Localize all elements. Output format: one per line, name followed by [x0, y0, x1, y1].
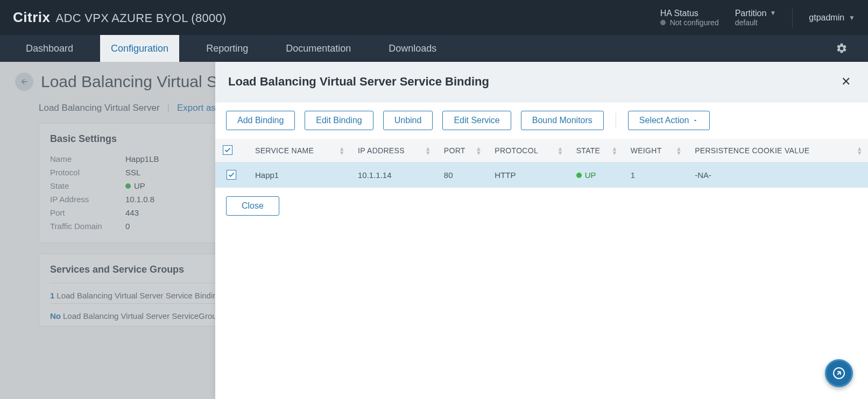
sort-icon: ▲▼: [476, 146, 482, 155]
gear-icon[interactable]: [836, 42, 848, 54]
column-state[interactable]: STATE▲▼: [569, 139, 623, 162]
cell-weight: 1: [623, 162, 687, 188]
column-label: IP ADDRESS: [358, 146, 405, 155]
field-value: SSL: [125, 168, 140, 177]
check-icon: [228, 171, 235, 179]
topbar: Citrix ADC VPX AZURE BYOL (8000) HA Stat…: [0, 0, 868, 35]
cell-ip: 10.1.1.14: [350, 162, 436, 188]
ha-status-value-row: Not configured: [660, 18, 719, 27]
sort-icon: ▲▼: [857, 146, 863, 155]
column-label: PROTOCOL: [495, 146, 538, 155]
column-label: WEIGHT: [631, 146, 662, 155]
ha-status-block: HA Status Not configured: [660, 8, 719, 27]
back-button[interactable]: [15, 73, 33, 91]
send-icon: [832, 367, 845, 380]
select-action-dropdown[interactable]: Select Action: [628, 111, 710, 130]
modal-toolbar: Add Binding Edit Binding Unbind Edit Ser…: [215, 102, 868, 139]
column-persistence-cookie[interactable]: PERSISTENCE COOKIE VALUE▲▼: [687, 139, 868, 162]
chevron-down-icon: ▼: [770, 9, 776, 17]
column-weight[interactable]: WEIGHT▲▼: [623, 139, 687, 162]
field-label: IP Address: [50, 195, 115, 204]
status-dot-icon: [660, 20, 666, 25]
column-select-all: [215, 139, 248, 162]
bound-monitors-button[interactable]: Bound Monitors: [521, 111, 604, 130]
button-label: Bound Monitors: [532, 116, 592, 125]
cell-protocol: HTTP: [487, 162, 568, 188]
button-label: Unbind: [394, 116, 422, 125]
field-value: 0: [125, 222, 130, 231]
column-label: SERVICE NAME: [255, 146, 314, 155]
column-service-name[interactable]: SERVICE NAME▲▼: [248, 139, 350, 162]
tab-documentation[interactable]: Documentation: [275, 35, 362, 62]
column-label: PERSISTENCE COOKIE VALUE: [695, 146, 809, 155]
button-label: Edit Service: [454, 116, 499, 125]
state-text: UP: [134, 181, 145, 190]
breadcrumb-item: Load Balancing Virtual Server: [39, 103, 160, 113]
tab-label: Dashboard: [26, 43, 73, 54]
unbind-button[interactable]: Unbind: [383, 111, 433, 130]
field-value: UP: [125, 181, 145, 190]
cell-cookie: -NA-: [687, 162, 868, 188]
modal-header: Load Balancing Virtual Server Service Bi…: [215, 62, 868, 102]
tab-dashboard[interactable]: Dashboard: [15, 35, 84, 62]
field-value: 443: [125, 208, 139, 217]
close-icon[interactable]: ✕: [837, 73, 855, 91]
sort-icon: ▲▼: [425, 146, 431, 155]
row-checkbox[interactable]: [227, 170, 236, 180]
field-value: 10.1.0.8: [125, 195, 154, 204]
table-row[interactable]: Happ1 10.1.1.14 80 HTTP UP 1 -NA-: [215, 162, 868, 188]
add-binding-button[interactable]: Add Binding: [226, 111, 295, 130]
cell-state: UP: [569, 162, 623, 188]
close-button[interactable]: Close: [226, 196, 279, 216]
status-dot-icon: [576, 173, 582, 178]
partition-selector[interactable]: Partition ▼ default: [735, 8, 777, 27]
ha-status-value: Not configured: [670, 18, 719, 27]
user-menu[interactable]: gtpadmin ▼: [809, 13, 855, 23]
edit-binding-button[interactable]: Edit Binding: [305, 111, 373, 130]
help-fab[interactable]: [825, 359, 853, 387]
chevron-down-icon: ▼: [849, 14, 855, 22]
count: 1: [50, 291, 54, 300]
select-all-checkbox[interactable]: [223, 145, 232, 155]
sort-icon: ▲▼: [339, 146, 345, 155]
field-label: Port: [50, 208, 115, 217]
service-row-text: Load Balancing Virtual Server Service Bi…: [57, 291, 222, 300]
count: No: [50, 311, 61, 320]
partition-value: default: [735, 18, 777, 27]
partition-label: Partition: [735, 8, 767, 18]
edit-service-button[interactable]: Edit Service: [442, 111, 511, 130]
modal-title: Load Balancing Virtual Server Service Bi…: [228, 75, 489, 89]
button-label: Close: [242, 201, 264, 211]
state-text: UP: [585, 170, 596, 180]
button-label: Add Binding: [237, 116, 284, 125]
button-label: Select Action: [639, 116, 689, 125]
tab-label: Configuration: [111, 43, 168, 54]
bindings-table: SERVICE NAME▲▼ IP ADDRESS▲▼ PORT▲▼ PROTO…: [215, 139, 868, 188]
user-name: gtpadmin: [809, 13, 844, 23]
brand-name: Citrix: [13, 9, 50, 26]
tab-reporting[interactable]: Reporting: [195, 35, 259, 62]
column-protocol[interactable]: PROTOCOL▲▼: [487, 139, 568, 162]
column-ip-address[interactable]: IP ADDRESS▲▼: [350, 139, 436, 162]
modal-footer: Close: [215, 187, 868, 224]
column-port[interactable]: PORT▲▼: [436, 139, 487, 162]
breadcrumb-separator: |: [167, 103, 170, 113]
tab-configuration[interactable]: Configuration: [100, 35, 179, 62]
brand: Citrix ADC VPX AZURE BYOL (8000): [13, 9, 227, 26]
field-label: Traffic Domain: [50, 222, 115, 231]
sort-icon: ▲▼: [676, 146, 682, 155]
navbar: Dashboard Configuration Reporting Docume…: [0, 35, 868, 62]
check-icon: [224, 146, 231, 154]
column-label: PORT: [444, 146, 465, 155]
cell-service-name: Happ1: [248, 162, 350, 188]
status-dot-icon: [125, 183, 131, 189]
sort-icon: ▲▼: [612, 146, 618, 155]
field-label: State: [50, 181, 115, 190]
cell-port: 80: [436, 162, 487, 188]
tab-downloads[interactable]: Downloads: [378, 35, 447, 62]
chevron-down-icon: [692, 117, 698, 124]
divider: [792, 8, 793, 27]
brand-product: ADC VPX AZURE BYOL (8000): [55, 11, 226, 25]
divider: [616, 113, 616, 128]
tab-label: Documentation: [286, 43, 351, 54]
